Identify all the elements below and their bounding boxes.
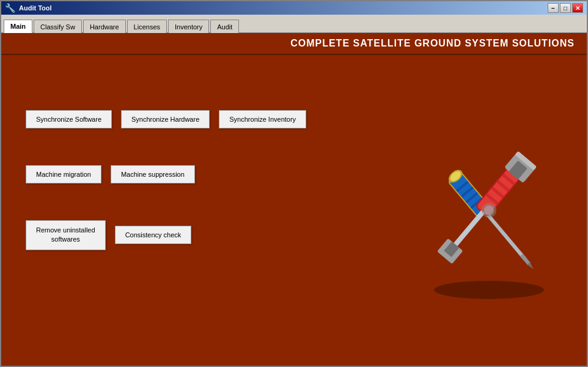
tab-bar: Main Classify Sw Hardware Licenses Inven… xyxy=(1,15,587,33)
header-text: COMPLETE SATELLITE GROUND SYSTEM SOLUTIO… xyxy=(290,38,575,48)
tab-audit[interactable]: Audit xyxy=(210,20,239,33)
app-header: COMPLETE SATELLITE GROUND SYSTEM SOLUTIO… xyxy=(1,33,587,55)
content-area: Synchronize Software Synchronize Hardwar… xyxy=(1,55,587,366)
title-bar-left: 🔧 Audit Tool xyxy=(5,3,52,13)
button-row-3: Remove uninstalled softwares Consistency… xyxy=(26,220,367,250)
tab-licenses[interactable]: Licenses xyxy=(127,20,167,33)
synchronize-inventory-button[interactable]: Synchronize Inventory xyxy=(219,110,306,128)
buttons-area: Synchronize Software Synchronize Hardwar… xyxy=(1,55,391,366)
app-icon: 🔧 xyxy=(5,3,15,13)
machine-migration-button[interactable]: Machine migration xyxy=(26,165,101,184)
remove-uninstalled-button[interactable]: Remove uninstalled softwares xyxy=(26,220,106,250)
window-title: Audit Tool xyxy=(19,4,52,12)
svg-rect-7 xyxy=(485,212,527,261)
tab-hardware[interactable]: Hardware xyxy=(83,20,126,33)
tab-main[interactable]: Main xyxy=(4,20,32,33)
button-row-1: Synchronize Software Synchronize Hardwar… xyxy=(26,110,367,128)
svg-point-25 xyxy=(484,206,494,215)
tab-inventory[interactable]: Inventory xyxy=(168,20,209,33)
tools-image-area xyxy=(391,55,587,366)
close-button[interactable]: ✕ xyxy=(572,3,583,13)
title-bar-buttons: − □ ✕ xyxy=(548,3,583,13)
minimize-button[interactable]: − xyxy=(548,3,559,13)
tab-classify-sw[interactable]: Classify Sw xyxy=(34,20,82,33)
synchronize-software-button[interactable]: Synchronize Software xyxy=(26,110,112,128)
main-window: 🔧 Audit Tool − □ ✕ Main Classify Sw Hard… xyxy=(0,0,588,367)
svg-rect-18 xyxy=(454,210,485,247)
maximize-button[interactable]: □ xyxy=(560,3,571,13)
button-row-2: Machine migration Machine suppression xyxy=(26,165,367,184)
title-bar: 🔧 Audit Tool − □ ✕ xyxy=(1,1,587,15)
synchronize-hardware-button[interactable]: Synchronize Hardware xyxy=(121,110,210,128)
svg-point-0 xyxy=(434,281,544,299)
consistency-check-button[interactable]: Consistency check xyxy=(115,226,192,244)
tools-svg xyxy=(403,113,575,308)
machine-suppression-button[interactable]: Machine suppression xyxy=(111,165,195,184)
